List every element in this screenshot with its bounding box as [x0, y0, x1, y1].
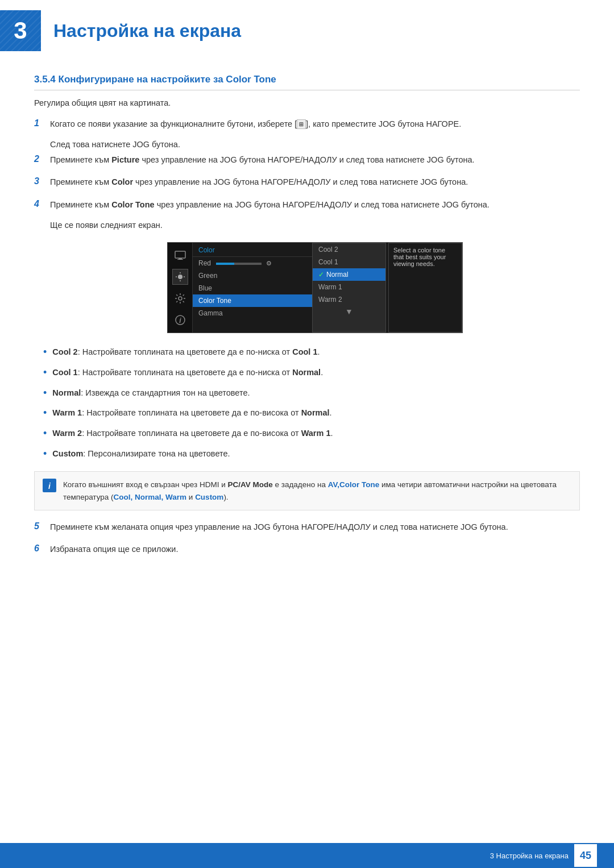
step-1-content: Когато се появи указание за функционални… — [50, 118, 580, 131]
footer-page: 45 — [574, 844, 597, 867]
bullet-cool2: • Cool 2: Настройвате топлината на цвето… — [43, 346, 580, 360]
step-number-6: 6 — [34, 543, 50, 554]
bullet-warm1: • Warm 1: Настройвате топлината на цвето… — [43, 406, 580, 421]
bullet-dot-6: • — [43, 446, 47, 462]
bullet-text-6: Custom: Персонализирате тона на цветовет… — [52, 447, 230, 460]
page-title: Настройка на екрана — [53, 20, 241, 41]
page-header: 3 Настройка на екрана — [0, 0, 614, 57]
step-1-note: След това натиснете JOG бутона. — [50, 140, 580, 149]
osd-main-panel: Color Red ⚙ Green Blue Color Tone Gamma — [193, 243, 312, 333]
svg-point-3 — [178, 275, 182, 279]
step-number-1: 1 — [34, 118, 50, 128]
osd-submenu: Cool 2 Cool 1 ✓Normal Warm 1 Warm 2 ▼ — [312, 243, 386, 333]
bullet-text-4: Warm 1: Настройвате топлината на цветове… — [52, 406, 331, 419]
osd-illustration: i Color Red ⚙ Green Blue Color Tone Gamm… — [50, 242, 580, 333]
bullet-cool1: • Cool 1: Настройвате топлината на цвето… — [43, 366, 580, 381]
page-footer: 3 Настройка на екрана 45 — [0, 843, 614, 868]
chapter-number: 3 — [14, 17, 27, 44]
step-5-content: Преминете към желаната опция чрез управл… — [50, 521, 580, 534]
step-1: 1 Когато се появи указание за функционал… — [34, 118, 580, 131]
osd-icon-monitor — [172, 247, 188, 263]
svg-rect-0 — [175, 251, 185, 258]
bullet-text-3: Normal: Извежда се стандартния тон на цв… — [52, 387, 250, 399]
step-3: 3 Преминете към Color чрез управление на… — [34, 176, 580, 189]
osd-sub-normal: ✓Normal — [313, 268, 385, 281]
step-5: 5 Преминете към желаната опция чрез упра… — [34, 521, 580, 534]
osd-item-blue: Blue — [193, 282, 312, 294]
step-6: 6 Избраната опция ще се приложи. — [34, 543, 580, 556]
step-2-content: Преминете към Picture чрез управление на… — [50, 153, 580, 167]
bullet-list: • Cool 2: Настройвате топлината на цвето… — [43, 346, 580, 462]
bullet-text-5: Warm 2: Настройвате топлината на цветове… — [52, 427, 333, 439]
osd-icon-settings — [172, 290, 188, 306]
svg-rect-1 — [179, 258, 182, 259]
note-text: Когато външният вход е свързан чрез HDMI… — [63, 479, 571, 503]
osd-icon-info: i — [172, 312, 188, 328]
osd-sub-cool1: Cool 1 — [313, 256, 385, 268]
osd-sub-warm1: Warm 1 — [313, 281, 385, 293]
osd-item-green: Green — [193, 269, 312, 282]
step-6-content: Избраната опция ще се приложи. — [50, 543, 580, 556]
osd-hint: Select a color tone that best suits your… — [388, 243, 462, 333]
step-number-5: 5 — [34, 521, 50, 531]
section-heading: 3.5.4 Конфигуриране на настройките за Co… — [34, 74, 580, 90]
note-icon: i — [43, 479, 56, 492]
bullet-warm2: • Warm 2: Настройвате топлината на цвето… — [43, 427, 580, 442]
step-2: 2 Преминете към Picture чрез управление … — [34, 153, 580, 167]
osd-sidebar: i — [168, 243, 193, 333]
bullet-dot-2: • — [43, 365, 47, 381]
osd-item-colortone: Color Tone — [193, 294, 312, 307]
bullet-dot-1: • — [43, 344, 47, 360]
osd-item-red: Red ⚙ — [193, 257, 312, 269]
step-4: 4 Преминете към Color Tone чрез управлен… — [34, 198, 580, 211]
bullet-dot-4: • — [43, 405, 47, 421]
step-4-note: Ще се появи следният екран. — [50, 221, 580, 230]
bullet-dot-3: • — [43, 385, 47, 401]
osd-menu: i Color Red ⚙ Green Blue Color Tone Gamm… — [167, 242, 463, 333]
bullet-text-1: Cool 2: Настройвате топлината на цветове… — [52, 346, 320, 358]
step-number-2: 2 — [34, 154, 50, 164]
main-content: 3.5.4 Конфигуриране на настройките за Co… — [0, 57, 614, 611]
svg-rect-2 — [177, 259, 183, 260]
bullet-dot-5: • — [43, 426, 47, 442]
osd-sub-warm2: Warm 2 — [313, 293, 385, 306]
bullet-custom: • Custom: Персонализирате тона на цветов… — [43, 447, 580, 462]
bullet-normal: • Normal: Извежда се стандартния тон на … — [43, 387, 580, 401]
bullet-text-2: Cool 1: Настройвате топлината на цветове… — [52, 366, 323, 379]
osd-sub-cool2: Cool 2 — [313, 243, 385, 256]
step-3-content: Преминете към Color чрез управление на J… — [50, 176, 580, 189]
svg-text:i: i — [179, 317, 181, 325]
note-box: i Когато външният вход е свързан чрез HD… — [34, 471, 580, 510]
osd-menu-items: Red ⚙ Green Blue Color Tone Gamma — [193, 257, 312, 319]
svg-point-8 — [179, 297, 182, 300]
osd-item-gamma: Gamma — [193, 307, 312, 319]
footer-label: 3 Настройка на екрана — [490, 852, 569, 860]
step-number-4: 4 — [34, 199, 50, 209]
chapter-box: 3 — [0, 10, 41, 51]
step-number-3: 3 — [34, 176, 50, 186]
osd-icon-brightness — [172, 269, 188, 285]
section-description: Регулира общия цвят на картината. — [34, 98, 580, 107]
step-4-content: Преминете към Color Tone чрез управление… — [50, 198, 580, 211]
osd-panel-title: Color — [193, 243, 312, 257]
